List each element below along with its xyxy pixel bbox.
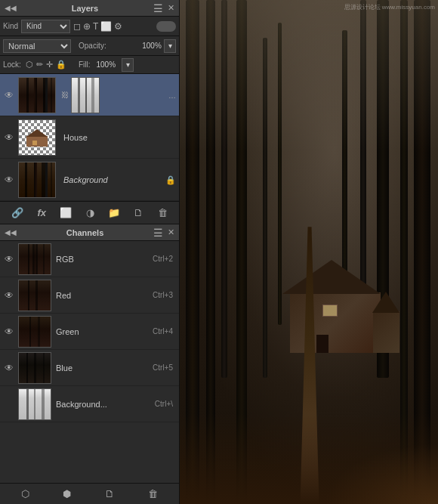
layer1-mask-preview	[72, 78, 99, 113]
bgmask-channel-name: Background...	[56, 400, 155, 409]
blue-channel-name: Blue	[56, 363, 153, 373]
channel-item-blue[interactable]: 👁 Blue Ctrl+5	[0, 350, 179, 386]
filter-shape-icon[interactable]: ⬜	[100, 21, 112, 32]
filter-icons-group: ◻ ⊕ T ⬜ ⚙	[73, 21, 122, 32]
layer1-chain-icon: ⛓	[60, 91, 69, 99]
eye-icon: 👁	[5, 132, 14, 143]
layer2-thumbnail	[18, 119, 56, 156]
filter-toggle[interactable]	[156, 21, 176, 32]
opacity-dropdown-arrow[interactable]: ▾	[164, 39, 176, 53]
filter-pixel-icon[interactable]: ◻	[73, 21, 81, 32]
eye-icon: 👁	[5, 290, 14, 301]
layer1-thumbnail	[18, 77, 56, 113]
bgmask-thumbnail	[18, 388, 51, 420]
layer3-thumbnail	[18, 162, 56, 198]
filter-adjustment-icon[interactable]: ⊕	[83, 21, 91, 32]
channels-collapse-arrows[interactable]: ◀◀	[5, 228, 17, 237]
green-shortcut: Ctrl+4	[153, 327, 176, 335]
layer3-name: Background	[63, 175, 176, 184]
delete-layer-icon[interactable]: 🗑	[156, 206, 169, 220]
blend-mode-select[interactable]: Normal	[3, 39, 71, 53]
channels-section: ◀◀ Channels ☰ ✕ 👁 RGB Ctrl+2	[0, 224, 179, 504]
house-window-lit	[322, 305, 338, 317]
marching-ants-icon[interactable]: ⬡	[20, 487, 31, 501]
lock-position-icon[interactable]: ✛	[46, 60, 53, 70]
new-channel-icon[interactable]: 🗋	[103, 487, 116, 501]
link-icon[interactable]: 🔗	[10, 206, 25, 220]
layers-menu-icon[interactable]: ☰	[153, 2, 163, 14]
layer3-visibility[interactable]: 👁	[3, 175, 15, 185]
layers-panel-header: ◀◀ Layers ☰ ✕	[0, 0, 179, 17]
channel-item-rgb[interactable]: 👁 RGB Ctrl+2	[0, 241, 179, 277]
layer2-house-preview	[19, 120, 55, 155]
green-channel-name: Green	[56, 327, 153, 336]
blend-opacity-row: Normal Opacity: 100% ▾	[0, 36, 179, 56]
delete-channel-icon[interactable]: 🗑	[147, 487, 159, 501]
layer-item[interactable]: 👁 House	[0, 116, 179, 159]
house	[279, 255, 399, 353]
new-layer-icon[interactable]: 🗋	[132, 206, 145, 220]
fallen-leaves	[325, 444, 438, 504]
main-canvas: 思源设计论坛 www.missyuan.com	[180, 0, 438, 504]
layer2-info: House	[60, 133, 176, 142]
house-right-wing	[373, 311, 399, 353]
red-visibility[interactable]: 👁	[3, 290, 15, 301]
filter-type-icon[interactable]: T	[93, 21, 98, 32]
lock-transparent-icon[interactable]: ⬡	[26, 60, 33, 70]
house-body	[290, 292, 381, 353]
house-roof-main	[282, 260, 381, 294]
eye-icon: 👁	[5, 175, 14, 185]
eye-icon: 👁	[5, 90, 14, 100]
lock-all-icon[interactable]: 🔒	[56, 60, 66, 70]
eye-icon: 👁	[5, 254, 14, 264]
layers-close-icon[interactable]: ✕	[168, 3, 174, 13]
layer1-visibility[interactable]: 👁	[3, 90, 15, 100]
layers-collapse-arrows[interactable]: ◀◀	[5, 4, 17, 12]
layer3-thumb-forest	[19, 162, 55, 197]
rgb-shortcut: Ctrl+2	[153, 255, 176, 263]
opacity-control: 100% ▾	[141, 39, 176, 53]
channel-item-background-mask[interactable]: 👁 Background... Ctrl+\	[0, 386, 179, 422]
red-shortcut: Ctrl+3	[153, 291, 176, 299]
channels-bottom-toolbar: ⬡ ⬢ 🗋 🗑	[0, 483, 179, 504]
rgb-visibility[interactable]: 👁	[3, 254, 15, 264]
blue-visibility[interactable]: 👁	[3, 363, 15, 373]
filter-smart-icon[interactable]: ⚙	[114, 21, 122, 32]
bgmask-shortcut: Ctrl+\	[155, 400, 176, 408]
filter-kind-select[interactable]: Kind	[21, 20, 70, 33]
rgb-channel-name: RGB	[56, 255, 153, 264]
house-door	[316, 335, 328, 353]
group-icon[interactable]: 📁	[106, 206, 122, 220]
fill-dropdown-arrow[interactable]: ▾	[122, 58, 134, 72]
lock-icons-group: ⬡ ✏ ✛ 🔒	[26, 60, 66, 70]
channels-title: Channels	[17, 228, 153, 237]
lock-image-icon[interactable]: ✏	[36, 60, 43, 70]
layer3-info: Background	[60, 175, 176, 184]
fx-icon[interactable]: fx	[36, 206, 48, 220]
channel-item-green[interactable]: 👁 Green Ctrl+4	[0, 314, 179, 350]
channel-item-red[interactable]: 👁 Red Ctrl+3	[0, 277, 179, 314]
fill-value: 100%	[96, 60, 116, 69]
layer-item[interactable]: 👁 ⛓	[0, 74, 179, 116]
adjustment-icon[interactable]: ◑	[85, 206, 96, 220]
green-visibility[interactable]: 👁	[3, 326, 15, 337]
filter-label: Kind	[3, 22, 18, 30]
eye-icon: 👁	[5, 326, 14, 337]
red-thumbnail	[18, 280, 51, 311]
mask-icon[interactable]: ⬜	[58, 206, 73, 220]
save-selection-icon[interactable]: ⬢	[61, 487, 72, 501]
layers-bottom-toolbar: 🔗 fx ⬜ ◑ 📁 🗋 🗑	[0, 201, 179, 224]
layer2-visibility[interactable]: 👁	[3, 132, 15, 143]
opacity-label: Opacity:	[79, 42, 106, 50]
channels-menu-icon[interactable]: ☰	[153, 227, 163, 239]
layer-item[interactable]: 👁 Background 🔒	[0, 159, 179, 201]
mist-top	[180, 0, 438, 151]
channels-close-icon[interactable]: ✕	[168, 227, 174, 237]
house-right-roof	[372, 292, 399, 313]
channels-list: 👁 RGB Ctrl+2 👁	[0, 241, 179, 483]
rgb-thumb-preview	[19, 244, 51, 274]
main-image-area: 思源设计论坛 www.missyuan.com	[180, 0, 438, 504]
rgb-thumbnail	[18, 243, 51, 275]
layers-section: ◀◀ Layers ☰ ✕ Kind Kind ◻ ⊕ T ⬜ ⚙ Normal	[0, 0, 179, 224]
layer1-options[interactable]: …	[168, 91, 176, 99]
